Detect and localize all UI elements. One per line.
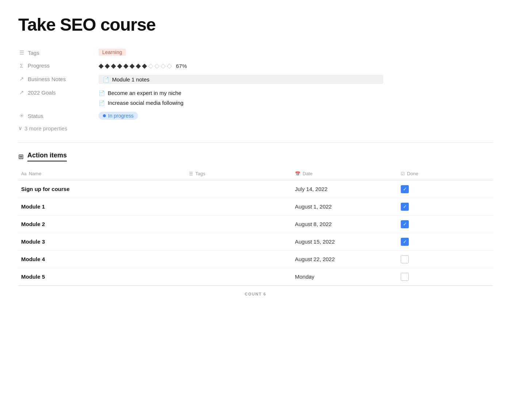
goals-property-row: ↗ 2022 Goals 📄 Become an expert in my ni… [18,86,493,110]
row-date: July 14, 2022 [292,182,398,196]
progress-label: Σ Progress [18,62,99,69]
relation-icon-2: ↗ [18,89,25,96]
row-done[interactable] [398,252,442,267]
table-row: Module 3 August 15, 2022 ✓ [18,233,493,251]
progress-percent: 67% [176,63,187,69]
more-properties-toggle[interactable]: ∨ 3 more properties [18,123,493,134]
diamond-5: ◆ [123,62,128,70]
table-row: Module 4 August 22, 2022 [18,251,493,268]
row-tags [186,186,292,193]
module-1-notes-link[interactable]: 📄 Module 1 notes [99,75,383,84]
diamond-6: ◆ [130,62,135,70]
diamond-4: ◆ [117,62,122,70]
diamond-8: ◆ [142,62,147,70]
text-icon: Aa [21,171,27,176]
row-name[interactable]: Module 4 [18,252,186,266]
status-icon: ✳ [18,112,25,119]
row-done[interactable]: ✓ [398,182,442,197]
tags-property-row: ☰ Tags Learning [18,46,493,60]
diamond-3: ◆ [111,62,116,70]
row-date: August 8, 2022 [292,217,398,231]
column-tags: ☰ Tags [186,169,292,178]
row-name[interactable]: Module 3 [18,235,186,248]
action-items-header: ⊞ Action items [18,152,493,161]
row-done[interactable]: ✓ [398,234,442,249]
chevron-down-icon: ∨ [18,125,22,131]
row-done[interactable] [398,269,442,285]
table-row: Module 5 Monday [18,268,493,286]
status-value: In progress [99,112,493,120]
goal-2-link[interactable]: 📄 Increase social media following [99,98,184,107]
diamond-9: ◇ [148,62,153,70]
row-date: August 1, 2022 [292,200,398,213]
row-tags [186,273,292,280]
tags-icon: ☰ [18,49,25,56]
progress-icon: Σ [18,62,25,69]
table-header: Aa Name ☰ Tags 📅 Date ☑ Done [18,167,493,180]
row-name[interactable]: Sign up for course [18,182,186,196]
row-done[interactable]: ✓ [398,199,442,214]
action-items-section: ⊞ Action items Aa Name ☰ Tags 📅 Date ☑ D… [18,152,493,302]
row-date: August 22, 2022 [292,252,398,266]
count-label: COUNT [245,292,262,296]
row-tags [186,256,292,263]
goals-value: 📄 Become an expert in my niche 📄 Increas… [99,88,493,107]
checkbox-checked[interactable]: ✓ [401,220,409,228]
diamond-7: ◆ [136,62,141,70]
row-done[interactable]: ✓ [398,217,442,232]
document-icon-2: 📄 [99,90,105,96]
row-name[interactable]: Module 1 [18,200,186,213]
status-dot [103,114,106,117]
section-divider [18,142,493,143]
checkbox-unchecked[interactable] [401,273,409,281]
row-name[interactable]: Module 2 [18,217,186,231]
relation-icon-1: ↗ [18,76,25,82]
table-row: Module 2 August 8, 2022 ✓ [18,215,493,233]
table-row: Sign up for course July 14, 2022 ✓ [18,180,493,198]
table-row: Module 1 August 1, 2022 ✓ [18,198,493,215]
diamond-11: ◇ [161,62,166,70]
page-title: Take SEO course [18,15,493,35]
list-icon: ☰ [189,171,193,176]
document-icon-1: 📄 [103,77,109,83]
goals-label: ↗ 2022 Goals [18,88,99,96]
status-label: ✳ Status [18,112,99,119]
section-title: Action items [27,152,67,161]
progress-diamonds: ◆ ◆ ◆ ◆ ◆ ◆ ◆ ◆ ◇ ◇ ◇ ◇ 67% [99,62,187,70]
diamond-12: ◇ [167,62,172,70]
row-date: Monday [292,270,398,283]
tags-value: Learning [99,49,493,56]
checkbox-unchecked[interactable] [401,255,409,263]
row-tags [186,238,292,245]
count-value: 6 [264,292,266,296]
row-tags [186,203,292,210]
business-notes-property-row: ↗ Business Notes 📄 Module 1 notes [18,73,493,86]
tags-label: ☰ Tags [18,49,99,56]
properties-section: ☰ Tags Learning Σ Progress ◆ ◆ ◆ ◆ ◆ ◆ ◆… [18,46,493,134]
diamond-2: ◆ [105,62,110,70]
column-done: ☑ Done [398,169,442,178]
table-icon: ⊞ [18,153,24,161]
diamond-10: ◇ [154,62,160,70]
column-name: Aa Name [18,169,186,178]
calendar-icon: 📅 [295,171,300,176]
status-badge[interactable]: In progress [99,112,138,120]
column-date: 📅 Date [292,169,398,178]
status-property-row: ✳ Status In progress [18,110,493,123]
row-tags [186,221,292,228]
checkbox-checked[interactable]: ✓ [401,185,409,193]
action-items-table: Aa Name ☰ Tags 📅 Date ☑ Done Sign up for… [18,167,493,302]
learning-tag[interactable]: Learning [99,49,126,56]
checkbox-checked[interactable]: ✓ [401,203,409,211]
business-notes-label: ↗ Business Notes [18,75,99,82]
goal-1-link[interactable]: 📄 Become an expert in my niche [99,88,184,98]
progress-value: ◆ ◆ ◆ ◆ ◆ ◆ ◆ ◆ ◇ ◇ ◇ ◇ 67% [99,62,493,70]
row-date: August 15, 2022 [292,235,398,248]
business-notes-value: 📄 Module 1 notes [99,75,493,84]
document-icon-3: 📄 [99,100,105,106]
table-footer: COUNT 6 [18,286,493,302]
checkbox-icon: ☑ [401,171,405,176]
row-name[interactable]: Module 5 [18,270,186,283]
progress-property-row: Σ Progress ◆ ◆ ◆ ◆ ◆ ◆ ◆ ◆ ◇ ◇ ◇ ◇ 67% [18,60,493,73]
checkbox-checked[interactable]: ✓ [401,238,409,246]
